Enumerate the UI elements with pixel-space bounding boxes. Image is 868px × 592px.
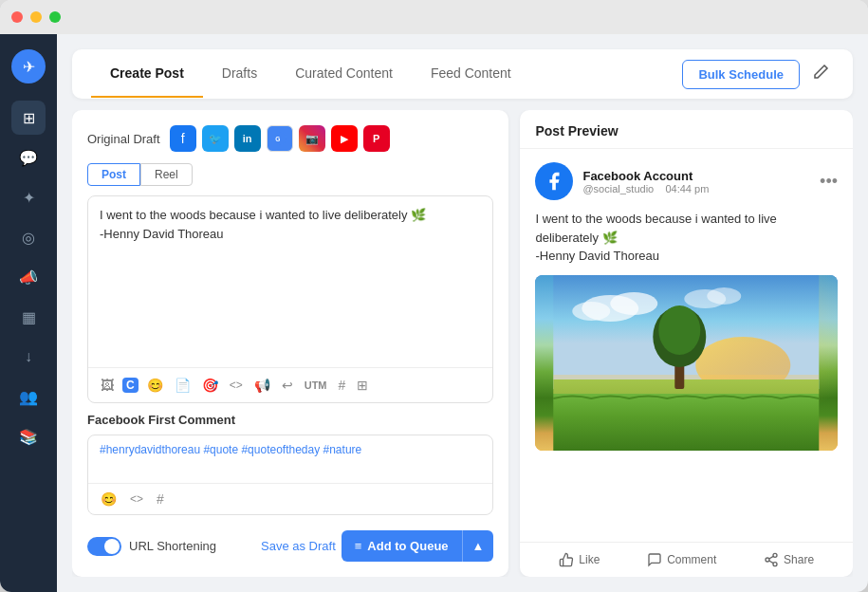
app-body: ✈ ⊞ 💬 ✦ ◎ 📣 ▦ ↓ 👥 [0,34,868,592]
google-icon[interactable]: G [267,125,293,152]
sidebar-item-analytics[interactable]: ▦ [11,300,46,334]
toggle-knob [104,539,120,554]
titlebar [0,0,868,34]
broadcast-toolbar-icon[interactable]: 📢 [251,376,273,395]
analytics-icon: ▦ [22,308,36,326]
comment-emoji-icon[interactable]: 😊 [98,490,120,509]
fb-post-image [535,275,838,451]
reel-tab[interactable]: Reel [140,163,193,186]
fb-more-options[interactable]: ••• [820,172,838,192]
preview-header: Post Preview [520,110,853,149]
bottom-bar: URL Shortening Save as Draft ≡ Add to Qu… [87,527,493,562]
image-toolbar-icon[interactable]: 🖼 [98,376,117,395]
post-reel-tabs: Post Reel [87,163,493,186]
post-tab[interactable]: Post [87,163,140,186]
sidebar-item-library[interactable]: 📚 [11,419,46,453]
like-label: Like [579,553,600,566]
fb-image-inner [535,275,838,451]
facebook-icon[interactable]: f [170,125,196,152]
download-icon: ↓ [25,348,32,365]
svg-point-7 [708,287,742,305]
linkedin-icon[interactable]: in [234,125,261,152]
dashboard-icon: ⊞ [23,109,35,127]
comments-icon: 💬 [19,149,38,167]
twitter-icon[interactable]: 🐦 [202,125,229,152]
minimize-button[interactable] [30,11,42,23]
sidebar-item-team[interactable]: 👥 [11,379,46,414]
nav-tabs: Create Post Drafts Curated Content Feed … [91,50,682,98]
url-shortening: URL Shortening [87,537,216,556]
main-content: Create Post Drafts Curated Content Feed … [57,34,868,592]
support-icon: ◎ [22,229,35,247]
pinterest-icon[interactable]: P [363,125,390,152]
svg-text:G: G [275,136,280,142]
chevron-up-icon: ▲ [472,539,485,553]
sidebar-item-network[interactable]: ✦ [11,180,46,214]
comment-label: Comment [667,553,716,566]
fb-account-info: Facebook Account @social_studio 04:44 pm [582,169,810,194]
tab-create-post[interactable]: Create Post [91,50,203,98]
post-text[interactable]: I went to the woods because i wanted to … [88,196,492,367]
emoji-toolbar-icon[interactable]: 😊 [144,376,166,395]
comment-hashtag-icon[interactable]: # [154,490,167,509]
comment-text[interactable]: #henrydavidthoreau #quote #quoteoftheday… [88,435,492,483]
code-toolbar-icon[interactable]: <> [227,377,246,394]
instagram-icon[interactable]: 📷 [299,125,325,152]
youtube-icon[interactable]: ▶ [331,125,358,152]
tab-feed-content[interactable]: Feed Content [412,50,530,98]
url-shortening-label: URL Shortening [129,539,216,553]
url-shortening-toggle[interactable] [87,537,121,556]
share-action[interactable]: Share [764,552,814,567]
fb-time: 04:44 pm [665,183,709,194]
edit-icon[interactable] [807,59,834,90]
comment-box: #henrydavidthoreau #quote #quoteoftheday… [87,435,493,515]
sidebar-item-support[interactable]: ◎ [11,220,46,254]
save-draft-button[interactable]: Save as Draft [261,539,336,553]
sidebar-logo[interactable]: ✈ [11,49,46,83]
fb-post-header: Facebook Account @social_studio 04:44 pm… [535,162,838,200]
svg-point-15 [773,563,777,566]
post-toolbar: 🖼 C 😊 📄 🎯 <> 📢 ↩ UTM # ⊞ [88,367,492,402]
app-window: ✈ ⊞ 💬 ✦ ◎ 📣 ▦ ↓ 👥 [0,0,868,592]
preview-panel: Post Preview Facebook Account [520,110,853,577]
like-action[interactable]: Like [559,552,600,567]
bulk-schedule-button[interactable]: Bulk Schedule [682,60,800,89]
file-toolbar-icon[interactable]: 📄 [172,376,194,395]
fb-post-text: I went to the woods because i wanted to … [535,210,838,266]
sidebar-item-megaphone[interactable]: 📣 [11,260,46,294]
svg-point-5 [573,302,611,321]
sidebar-item-comments[interactable]: 💬 [11,140,46,175]
grid-toolbar-icon[interactable]: ⊞ [354,376,371,395]
share-label: Share [784,553,814,566]
fb-handle: @social_studio [582,183,654,194]
preview-body: Facebook Account @social_studio 04:44 pm… [520,149,853,542]
fb-account-name: Facebook Account [582,169,810,183]
library-icon: 📚 [19,428,38,446]
reply-toolbar-icon[interactable]: ↩ [279,376,296,395]
post-editor: Original Draft f 🐦 in G 📷 ▶ P [72,110,508,577]
add-to-queue-button[interactable]: ≡ Add to Queue ▲ [342,530,494,562]
add-queue-label: Add to Queue [367,539,448,553]
sidebar-item-dashboard[interactable]: ⊞ [11,101,46,135]
comment-code-icon[interactable]: <> [127,490,146,508]
comment-action[interactable]: Comment [647,552,716,567]
close-button[interactable] [11,11,23,23]
comment-toolbar: 😊 <> # [88,483,492,514]
top-nav: Create Post Drafts Curated Content Feed … [72,49,853,99]
tab-curated-content[interactable]: Curated Content [276,50,412,98]
logo-icon: ✈ [23,58,35,76]
maximize-button[interactable] [49,11,61,23]
fb-account-sub: @social_studio 04:44 pm [582,183,810,194]
svg-point-4 [611,292,658,315]
add-queue-chevron[interactable]: ▲ [462,530,494,562]
hashtag-toolbar-icon[interactable]: # [336,376,349,395]
utm-toolbar-icon[interactable]: UTM [302,378,330,393]
target-toolbar-icon[interactable]: 🎯 [199,376,221,395]
preview-footer: Like Comment Share [520,542,853,577]
content-toolbar-icon[interactable]: C [122,378,139,393]
action-buttons: Save as Draft ≡ Add to Queue ▲ [261,530,493,562]
team-icon: 👥 [19,388,38,406]
megaphone-icon: 📣 [19,268,38,287]
sidebar-item-download[interactable]: ↓ [11,340,46,374]
tab-drafts[interactable]: Drafts [203,50,276,98]
